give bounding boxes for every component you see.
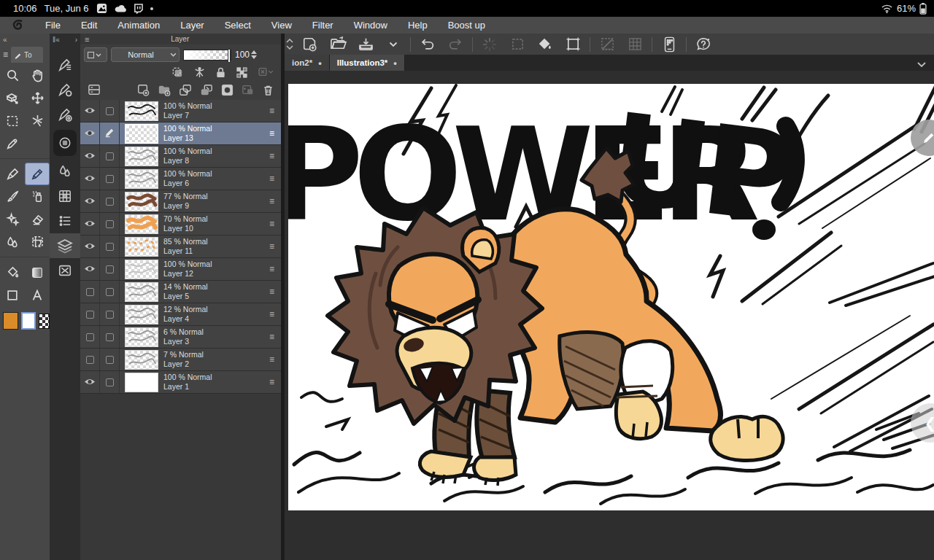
- menu-item[interactable]: Boost up: [438, 17, 495, 34]
- layer-thumbnail[interactable]: [125, 373, 158, 392]
- layer-thumbnail[interactable]: [125, 350, 158, 370]
- dock-layer-palette[interactable]: [50, 233, 80, 258]
- layer-thumbnail[interactable]: [125, 214, 158, 234]
- layer-thumbnail[interactable]: [125, 305, 158, 324]
- menu-item[interactable]: File: [35, 17, 71, 34]
- layer-visibility-toggle[interactable]: [80, 303, 100, 325]
- layer-visibility-toggle[interactable]: [80, 349, 100, 370]
- layer-select-checkbox[interactable]: [100, 326, 120, 348]
- layer-panel-menu-icon[interactable]: ≡: [80, 35, 93, 44]
- layer-row-menu-icon[interactable]: ≡: [262, 196, 281, 206]
- layer-row-menu-icon[interactable]: ≡: [262, 264, 281, 274]
- tool-gradient[interactable]: [25, 261, 50, 284]
- new-raster-layer-icon[interactable]: [136, 84, 150, 99]
- lock-transparent-pixels-icon[interactable]: [236, 66, 248, 82]
- opacity-spinner[interactable]: [251, 50, 257, 59]
- layer-opacity-slider[interactable]: [183, 50, 231, 61]
- export-options-chevron[interactable]: [379, 34, 407, 55]
- layer-row[interactable]: 14 % Normal Layer 5 ≡: [80, 281, 281, 303]
- new-layer-folder-icon[interactable]: [158, 84, 171, 99]
- layer-visibility-toggle[interactable]: [80, 168, 100, 190]
- layer-row[interactable]: 100 % Normal Layer 7 ≡: [80, 100, 281, 122]
- document-tab[interactable]: Illustration3* •: [330, 55, 405, 71]
- companion-mode-icon[interactable]: [655, 34, 683, 55]
- layer-row-menu-icon[interactable]: ≡: [262, 287, 281, 297]
- layer-visibility-toggle[interactable]: [80, 190, 100, 212]
- tool-fill[interactable]: [0, 261, 25, 284]
- tool-operation[interactable]: [0, 87, 25, 109]
- layer-select-checkbox[interactable]: [100, 281, 120, 303]
- menu-item[interactable]: Select: [215, 17, 261, 34]
- tool-eyedropper[interactable]: [0, 132, 25, 155]
- tab-tool[interactable]: To: [11, 47, 43, 63]
- layer-thumbnail[interactable]: [125, 327, 158, 347]
- layer-visibility-toggle[interactable]: [80, 122, 100, 144]
- dock-color-mixing[interactable]: [50, 159, 80, 184]
- clip-to-layer-below-icon[interactable]: [171, 66, 184, 82]
- main-color-swatch[interactable]: [3, 312, 18, 330]
- layer-thumbnail[interactable]: [125, 260, 158, 279]
- layer-mask-icon[interactable]: [221, 84, 234, 99]
- layer-row-menu-icon[interactable]: ≡: [262, 151, 281, 161]
- layer-row[interactable]: 70 % Normal Layer 10 ≡: [80, 213, 281, 236]
- document-tab[interactable]: ion2* •: [285, 55, 330, 71]
- layer-select-checkbox[interactable]: [100, 258, 120, 280]
- transfer-to-lower-layer-icon[interactable]: [179, 84, 192, 99]
- undo-icon[interactable]: [414, 34, 441, 55]
- sub-color-swatch[interactable]: [21, 312, 36, 330]
- layer-thumbnail[interactable]: [125, 147, 158, 166]
- tool-palette-menu-icon[interactable]: ≡: [3, 50, 8, 60]
- new-canvas-icon[interactable]: [296, 34, 324, 55]
- delete-layer-icon[interactable]: [263, 84, 274, 99]
- layer-select-checkbox[interactable]: [100, 122, 120, 144]
- clip-studio-paint-logo[interactable]: [10, 18, 25, 33]
- tool-pencil[interactable]: [25, 163, 50, 185]
- layer-select-checkbox[interactable]: [100, 349, 120, 370]
- layer-row[interactable]: 7 % Normal Layer 2 ≡: [80, 349, 281, 371]
- layer-row[interactable]: 6 % Normal Layer 3 ≡: [80, 326, 281, 349]
- dock-tool-property-palette[interactable]: [50, 102, 80, 127]
- layer-row[interactable]: 12 % Normal Layer 4 ≡: [80, 303, 281, 326]
- layer-row[interactable]: 85 % Normal Layer 11 ≡: [80, 236, 281, 258]
- menu-item[interactable]: Help: [398, 17, 438, 34]
- reference-layer-icon[interactable]: [258, 66, 274, 81]
- layer-type-dropdown[interactable]: [84, 47, 107, 62]
- drawing-canvas[interactable]: POWER UP: [288, 84, 934, 510]
- tool-text[interactable]: [25, 284, 50, 306]
- layer-row-menu-icon[interactable]: ≡: [262, 332, 281, 342]
- menu-item[interactable]: Layer: [170, 17, 215, 34]
- palette-dock-icon[interactable]: [88, 84, 101, 98]
- frame-border-icon[interactable]: [559, 34, 587, 55]
- layer-row[interactable]: 100 % Normal Layer 6 ≡: [80, 168, 281, 190]
- layer-row-menu-icon[interactable]: ≡: [262, 354, 281, 365]
- merge-with-lower-layer-icon[interactable]: [200, 84, 213, 99]
- layer-row-menu-icon[interactable]: ≡: [262, 174, 281, 184]
- tab-overflow-chevron[interactable]: [916, 58, 934, 71]
- layer-select-checkbox[interactable]: [100, 168, 120, 190]
- tool-zoom[interactable]: [0, 64, 25, 87]
- layer-select-checkbox[interactable]: [100, 303, 120, 325]
- tool-airbrush[interactable]: [25, 185, 50, 208]
- layer-row-menu-icon[interactable]: ≡: [262, 377, 281, 387]
- tool-frame-border[interactable]: [0, 284, 25, 306]
- transparent-color-swatch[interactable]: [39, 314, 50, 329]
- layer-thumbnail[interactable]: [125, 124, 158, 144]
- layer-select-checkbox[interactable]: [100, 145, 120, 167]
- enable-keyframes-icon[interactable]: [193, 66, 206, 82]
- menu-item[interactable]: Filter: [302, 17, 344, 34]
- layer-row-menu-icon[interactable]: ≡: [262, 128, 281, 139]
- tool-hand[interactable]: [25, 64, 50, 87]
- layer-row[interactable]: 77 % Normal Layer 9 ≡: [80, 190, 281, 213]
- apply-mask-icon[interactable]: [242, 84, 255, 99]
- dock-collapse-icon[interactable]: ‖«: [53, 36, 60, 44]
- layer-thumbnail[interactable]: [125, 237, 158, 257]
- layer-visibility-toggle[interactable]: [80, 100, 100, 122]
- panel-collapse-icon[interactable]: [285, 39, 295, 50]
- tool-pen[interactable]: [0, 163, 25, 185]
- layer-thumbnail[interactable]: [125, 282, 158, 302]
- tool-move[interactable]: [25, 87, 50, 109]
- tool-selection-marquee[interactable]: [0, 109, 25, 132]
- collapse-panel-icon[interactable]: «: [3, 36, 7, 44]
- open-file-icon[interactable]: [324, 34, 352, 55]
- tool-blend[interactable]: [0, 230, 25, 253]
